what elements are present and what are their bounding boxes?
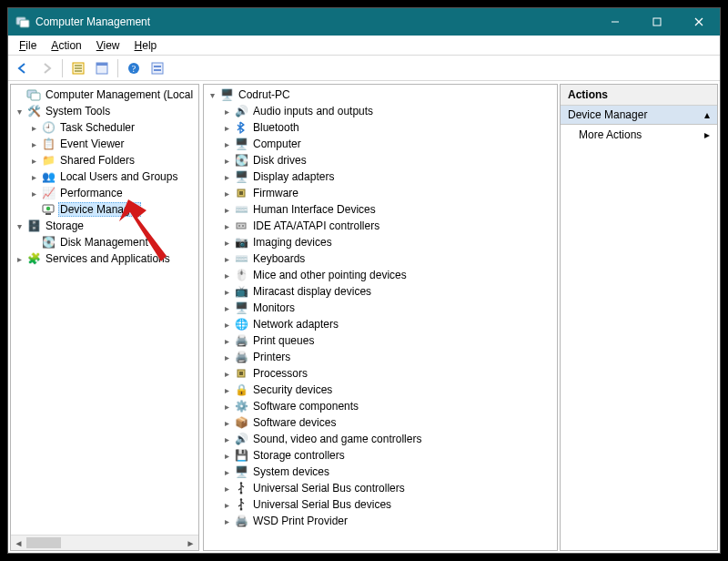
help-button[interactable]: ?	[123, 57, 145, 79]
menu-view[interactable]: View	[89, 37, 127, 54]
expand-toggle[interactable]	[13, 252, 25, 265]
minimize-button[interactable]	[594, 8, 636, 36]
expand-toggle[interactable]	[220, 433, 233, 445]
device-category[interactable]: 🖨️WSD Print Provider	[206, 513, 557, 529]
device-category[interactable]: 🔊Audio inputs and outputs	[206, 103, 557, 119]
expand-toggle[interactable]	[220, 383, 233, 396]
device-category[interactable]: Bluetooth	[206, 119, 557, 136]
device-category[interactable]: IDE ATA/ATAPI controllers	[206, 218, 557, 234]
close-button[interactable]	[678, 8, 720, 36]
maximize-button[interactable]	[636, 8, 678, 36]
menu-help[interactable]: Help	[127, 37, 165, 54]
expand-toggle[interactable]	[220, 449, 233, 462]
device-category[interactable]: 🔒Security devices	[206, 382, 557, 398]
device-category[interactable]: 🔊Sound, video and game controllers	[206, 431, 557, 447]
expand-toggle[interactable]	[220, 269, 233, 281]
expand-toggle[interactable]	[220, 318, 233, 331]
device-category[interactable]: 🖥️System devices	[206, 464, 557, 480]
tree-system-tools[interactable]: 🛠️ System Tools	[13, 103, 198, 119]
expand-toggle[interactable]	[220, 367, 233, 380]
device-category[interactable]: ⚙️Software components	[206, 398, 557, 414]
expand-toggle[interactable]	[220, 219, 233, 232]
expand-toggle[interactable]	[220, 465, 233, 478]
expand-toggle[interactable]	[220, 252, 233, 265]
actions-subheader[interactable]: Device Manager ▴	[561, 106, 717, 125]
device-category[interactable]: 🖨️Printers	[206, 349, 557, 365]
menubar: File Action View Help	[8, 36, 720, 56]
device-category[interactable]: 🖨️Print queues	[206, 332, 557, 349]
expand-toggle[interactable]	[220, 121, 233, 134]
device-root[interactable]: 🖥️Codrut-PC	[206, 87, 557, 103]
device-category[interactable]: 🖥️Display adapters	[206, 168, 557, 185]
tree-local-users[interactable]: 👥 Local Users and Groups	[13, 168, 198, 185]
menu-file[interactable]: File	[12, 37, 44, 54]
expand-toggle[interactable]	[13, 105, 25, 117]
tree-root[interactable]: Computer Management (Local	[13, 87, 198, 103]
expand-toggle[interactable]	[220, 515, 233, 527]
expand-toggle[interactable]	[27, 170, 40, 183]
device-category[interactable]: 📷Imaging devices	[206, 234, 557, 250]
device-label: Audio inputs and outputs	[251, 105, 375, 117]
tree-services-apps[interactable]: 🧩 Services and Applications	[13, 250, 198, 267]
properties-button[interactable]	[91, 57, 113, 79]
device-category[interactable]: Firmware	[206, 185, 557, 201]
device-category[interactable]: 💽Disk drives	[206, 152, 557, 168]
expand-toggle[interactable]	[220, 416, 233, 429]
tree-device-manager[interactable]: Device Manager	[13, 201, 198, 218]
expand-toggle[interactable]	[220, 236, 233, 249]
expand-toggle[interactable]	[220, 285, 233, 298]
device-category[interactable]: 📦Software devices	[206, 414, 557, 431]
device-tree-pane[interactable]: 🖥️Codrut-PC🔊Audio inputs and outputsBlue…	[203, 84, 558, 551]
expand-toggle[interactable]	[220, 334, 233, 347]
tree-storage[interactable]: 🗄️ Storage	[13, 218, 198, 234]
expand-toggle[interactable]	[220, 170, 233, 183]
expand-toggle[interactable]	[27, 138, 40, 150]
horizontal-scrollbar[interactable]: ◄ ►	[11, 535, 198, 550]
device-category[interactable]: ⌨️Human Interface Devices	[206, 201, 557, 218]
device-category[interactable]: 💾Storage controllers	[206, 447, 557, 464]
scroll-right-button[interactable]: ►	[183, 536, 198, 550]
refresh-button[interactable]	[147, 57, 168, 79]
tree-performance[interactable]: 📈 Performance	[13, 185, 198, 201]
tree-shared-folders[interactable]: 📁 Shared Folders	[13, 152, 198, 168]
scroll-thumb[interactable]	[26, 537, 61, 548]
expand-toggle[interactable]	[220, 203, 233, 216]
device-category[interactable]: Universal Serial Bus controllers	[206, 480, 557, 496]
device-category[interactable]: Processors	[206, 365, 557, 382]
tree-event-viewer[interactable]: 📋 Event Viewer	[13, 136, 198, 152]
expand-toggle[interactable]	[27, 121, 40, 134]
titlebar[interactable]: Computer Management	[8, 8, 720, 36]
tree-disk-management[interactable]: 💽 Disk Management	[13, 234, 198, 250]
show-hide-tree-button[interactable]	[67, 57, 89, 79]
expand-toggle[interactable]	[220, 138, 233, 150]
device-icon	[234, 497, 248, 512]
expand-toggle[interactable]	[206, 88, 218, 101]
tree-task-scheduler[interactable]: 🕘 Task Scheduler	[13, 119, 198, 136]
device-category[interactable]: 🖥️Monitors	[206, 300, 557, 316]
actions-more[interactable]: More Actions ▸	[561, 125, 717, 145]
device-category[interactable]: 🖥️Computer	[206, 136, 557, 152]
expand-toggle[interactable]	[220, 482, 233, 495]
expand-toggle[interactable]	[220, 154, 233, 167]
back-button[interactable]	[12, 57, 34, 79]
expand-toggle[interactable]	[220, 400, 233, 413]
device-category[interactable]: 🖱️Mice and other pointing devices	[206, 267, 557, 283]
console-tree-pane[interactable]: Computer Management (Local 🛠️ System Too…	[10, 84, 199, 551]
expand-toggle[interactable]	[220, 301, 233, 314]
expand-toggle[interactable]	[220, 187, 233, 199]
scroll-left-button[interactable]: ◄	[11, 536, 26, 550]
device-category[interactable]: 🌐Network adapters	[206, 316, 557, 332]
svg-point-26	[240, 482, 242, 484]
expand-toggle[interactable]	[27, 187, 40, 199]
device-label: WSD Print Provider	[251, 515, 349, 527]
device-category[interactable]: ⌨️Keyboards	[206, 250, 557, 267]
expand-toggle[interactable]	[220, 105, 233, 117]
expand-toggle[interactable]	[27, 154, 40, 167]
expand-toggle[interactable]	[13, 219, 25, 232]
expand-toggle[interactable]	[220, 351, 233, 363]
device-category[interactable]: Universal Serial Bus devices	[206, 496, 557, 513]
expand-toggle[interactable]	[220, 498, 233, 511]
forward-button[interactable]	[35, 57, 57, 79]
menu-action[interactable]: Action	[44, 37, 88, 54]
device-category[interactable]: 📺Miracast display devices	[206, 283, 557, 300]
